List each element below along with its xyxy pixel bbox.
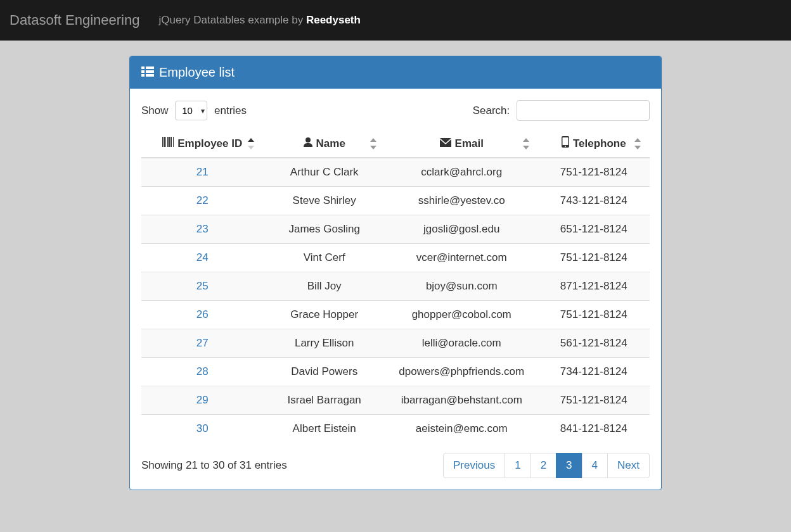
page-previous[interactable]: Previous <box>443 453 505 478</box>
cell-email: dpowers@phpfriends.com <box>385 358 538 386</box>
cell-email: cclark@ahrcl.org <box>385 158 538 187</box>
user-icon <box>304 137 312 150</box>
employee-id-link[interactable]: 21 <box>196 166 209 178</box>
navbar: Datasoft Engineering jQuery Datatables e… <box>0 0 791 41</box>
barcode-icon <box>162 137 174 150</box>
cell-name: Arthur C Clark <box>263 158 385 187</box>
employee-id-link[interactable]: 30 <box>196 422 209 434</box>
svg-rect-12 <box>173 137 174 147</box>
page-next[interactable]: Next <box>607 453 650 478</box>
navbar-subtitle: jQuery Datatables example by Reedyseth <box>158 14 360 27</box>
cell-phone: 841-121-8124 <box>538 415 650 443</box>
cell-email: ibarragan@behstant.com <box>385 386 538 415</box>
panel-heading: Employee list <box>130 56 661 89</box>
length-select[interactable]: 10 <box>175 101 207 120</box>
svg-rect-2 <box>141 70 145 73</box>
cell-name: David Powers <box>263 358 385 386</box>
col-telephone[interactable]: Telephone <box>538 130 650 158</box>
employee-table: Employee ID Name <box>141 130 650 443</box>
table-row: 25Bill Joybjoy@sun.com871-121-8124 <box>141 272 650 301</box>
table-row: 29Israel Barraganibarragan@behstant.com7… <box>141 386 650 415</box>
mobile-icon <box>562 136 569 151</box>
cell-id: 22 <box>141 187 263 215</box>
sort-icon <box>248 138 255 149</box>
page-4[interactable]: 4 <box>582 453 608 478</box>
svg-point-13 <box>305 137 311 142</box>
cell-email: ghopper@cobol.com <box>385 301 538 329</box>
sort-icon <box>634 138 642 149</box>
cell-name: James Gosling <box>263 215 385 244</box>
cell-id: 24 <box>141 244 263 272</box>
col-employee-id[interactable]: Employee ID <box>141 130 263 158</box>
cell-id: 30 <box>141 415 263 443</box>
cell-email: bjoy@sun.com <box>385 272 538 301</box>
cell-email: aeistein@emc.com <box>385 415 538 443</box>
table-row: 28David Powersdpowers@phpfriends.com734-… <box>141 358 650 386</box>
search-input[interactable] <box>517 100 650 121</box>
table-row: 24Vint Cerfvcer@internet.com751-121-8124 <box>141 244 650 272</box>
page-1[interactable]: 1 <box>505 453 531 478</box>
cell-phone: 751-121-8124 <box>538 386 650 415</box>
cell-email: vcer@internet.com <box>385 244 538 272</box>
svg-rect-5 <box>146 74 154 77</box>
cell-email: sshirle@yestev.co <box>385 187 538 215</box>
cell-phone: 751-121-8124 <box>538 244 650 272</box>
employee-id-link[interactable]: 23 <box>196 223 209 235</box>
cell-id: 23 <box>141 215 263 244</box>
cell-id: 21 <box>141 158 263 187</box>
cell-email: lelli@oracle.com <box>385 329 538 358</box>
page-3[interactable]: 3 <box>556 453 582 478</box>
search-control: Search: <box>473 100 650 121</box>
cell-name: Bill Joy <box>263 272 385 301</box>
employee-id-link[interactable]: 29 <box>196 394 209 406</box>
svg-rect-4 <box>141 74 145 77</box>
cell-phone: 743-121-8124 <box>538 187 650 215</box>
length-control: Show 10 entries <box>141 101 247 120</box>
page-2[interactable]: 2 <box>531 453 556 478</box>
table-row: 23James Goslingjgosli@gosl.edu651-121-81… <box>141 215 650 244</box>
svg-rect-6 <box>162 137 163 147</box>
employee-id-link[interactable]: 25 <box>196 280 209 292</box>
svg-rect-0 <box>141 66 145 69</box>
table-row: 30Albert Eisteinaeistein@emc.com841-121-… <box>141 415 650 443</box>
employee-id-link[interactable]: 22 <box>196 194 209 206</box>
employee-panel: Employee list Show 10 entries Search: <box>129 56 662 490</box>
employee-id-link[interactable]: 24 <box>196 251 209 263</box>
cell-phone: 871-121-8124 <box>538 272 650 301</box>
brand-title[interactable]: Datasoft Engineering <box>10 12 158 28</box>
cell-name: Steve Shirley <box>263 187 385 215</box>
sort-icon <box>370 138 378 149</box>
cell-id: 26 <box>141 301 263 329</box>
svg-rect-3 <box>146 70 154 73</box>
cell-phone: 651-121-8124 <box>538 215 650 244</box>
svg-rect-8 <box>165 137 166 147</box>
panel-title: Employee list <box>159 65 235 80</box>
sort-icon <box>523 138 531 149</box>
cell-id: 29 <box>141 386 263 415</box>
cell-phone: 734-121-8124 <box>538 358 650 386</box>
col-name[interactable]: Name <box>263 130 385 158</box>
employee-id-link[interactable]: 28 <box>196 365 209 377</box>
cell-phone: 561-121-8124 <box>538 329 650 358</box>
table-row: 27Larry Ellisonlelli@oracle.com561-121-8… <box>141 329 650 358</box>
cell-phone: 751-121-8124 <box>538 301 650 329</box>
cell-name: Albert Eistein <box>263 415 385 443</box>
table-row: 22Steve Shirleysshirle@yestev.co743-121-… <box>141 187 650 215</box>
cell-id: 25 <box>141 272 263 301</box>
cell-phone: 751-121-8124 <box>538 158 650 187</box>
pagination: Previous1234Next <box>443 453 650 478</box>
employee-id-link[interactable]: 27 <box>196 337 209 349</box>
svg-rect-1 <box>146 66 154 69</box>
cell-name: Larry Ellison <box>263 329 385 358</box>
list-icon <box>141 65 154 80</box>
cell-name: Israel Barragan <box>263 386 385 415</box>
svg-rect-9 <box>167 137 169 147</box>
col-email[interactable]: Email <box>385 130 538 158</box>
svg-rect-16 <box>562 137 568 145</box>
table-row: 26Grace Hopperghopper@cobol.com751-121-8… <box>141 301 650 329</box>
svg-rect-10 <box>169 137 170 147</box>
table-row: 21Arthur C Clarkcclark@ahrcl.org751-121-… <box>141 158 650 187</box>
svg-rect-11 <box>170 137 172 147</box>
svg-rect-7 <box>164 137 165 147</box>
employee-id-link[interactable]: 26 <box>196 308 209 320</box>
